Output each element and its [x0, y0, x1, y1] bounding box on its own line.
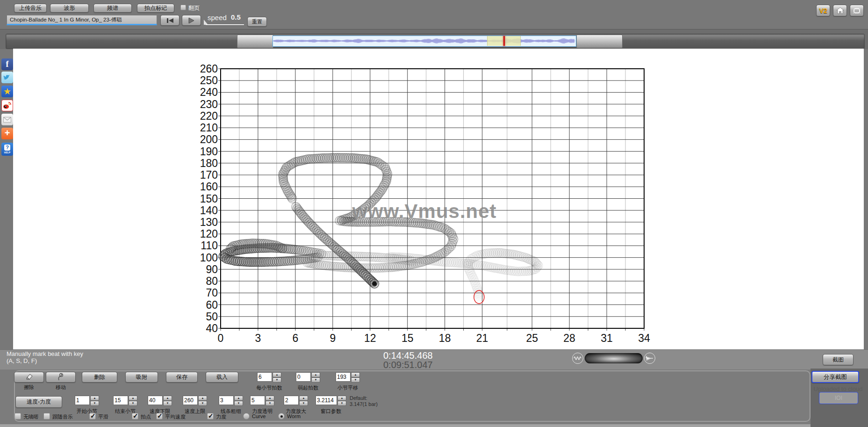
pickup-beats-input[interactable]	[296, 372, 311, 382]
tempo-max-input[interactable]	[183, 396, 198, 405]
bar-offset-step-down[interactable]: ▼	[351, 377, 360, 383]
facebook-share-icon[interactable]: f	[1, 58, 13, 70]
bar-offset-input[interactable]	[336, 372, 351, 382]
start-bar-input[interactable]	[75, 396, 90, 405]
load-button[interactable]: 载入	[206, 372, 238, 383]
x-axis-tick-label: 25	[520, 332, 544, 345]
line-width-step-down[interactable]: ▼	[234, 401, 243, 406]
beats-per-bar-step-up[interactable]: ▲	[273, 372, 281, 377]
y-axis-tick-label: 60	[186, 299, 218, 311]
save-button[interactable]: 保存	[166, 372, 198, 383]
no-click-checkbox-label: 无嘀嗒	[23, 413, 39, 420]
start-bar-step-down[interactable]: ▼	[90, 401, 99, 406]
eraser-tool-label: 擦除	[19, 384, 39, 391]
line-width-input[interactable]	[219, 396, 234, 405]
worm-mode-radio[interactable]	[278, 413, 285, 420]
weibo-share-icon[interactable]	[1, 100, 13, 111]
snap-button[interactable]: 吸附	[125, 372, 158, 383]
x-axis-tick-label: 9	[321, 332, 344, 345]
window-param-step-down[interactable]: ▼	[337, 401, 346, 406]
dyn-transparency-step-down[interactable]: ▼	[265, 401, 274, 406]
share-screenshot-button[interactable]: 分享截图	[811, 371, 859, 383]
x-axis-tick-label: 18	[433, 332, 457, 345]
screenshot-button[interactable]: 截图	[823, 354, 854, 365]
line-width-step-up[interactable]: ▲	[234, 396, 243, 401]
move-tool-button[interactable]	[46, 372, 76, 383]
y-axis-tick-label: 260	[186, 63, 218, 75]
beats-per-bar-input[interactable]	[257, 372, 272, 382]
x-axis-tick-label: 0	[209, 332, 232, 345]
pickup-beats-step-down[interactable]: ▼	[311, 377, 320, 383]
ioi-label: IOI	[835, 395, 842, 401]
x-axis-tick-label: 34	[632, 332, 656, 345]
status-bar	[0, 349, 868, 370]
tempo-min-stepper: ▲▼	[163, 396, 172, 406]
follow-music-checkbox[interactable]	[43, 413, 50, 420]
end-bar-step-up[interactable]: ▲	[129, 396, 137, 401]
y-axis-tick-label: 70	[186, 287, 218, 299]
curve-mode-radio[interactable]	[243, 413, 250, 420]
y-axis-tick-label: 190	[186, 145, 218, 158]
watermark: www.Vmus.net	[352, 200, 496, 223]
beats-checkbox[interactable]	[132, 413, 138, 420]
y-axis-tick-label: 150	[186, 193, 218, 205]
sine-wave-icon	[574, 355, 582, 361]
dynamics-checkbox[interactable]	[207, 413, 214, 420]
window-param-spinner: ▲▼	[316, 396, 346, 406]
tempo-min-spinner: ▲▼	[148, 396, 172, 406]
waveform-decay-icon	[646, 355, 654, 361]
share-plus-share-icon[interactable]: +	[1, 128, 13, 139]
dynamics-checkbox-label: 力度	[216, 413, 226, 420]
help-share-icon[interactable]: ?HELP	[1, 143, 13, 156]
pickup-beats-step-up[interactable]: ▲	[311, 372, 320, 377]
tempo-min-step-down[interactable]: ▼	[163, 401, 172, 406]
bar-offset-stepper: ▲▼	[351, 372, 360, 383]
start-bar-step-up[interactable]: ▲	[90, 396, 99, 401]
dyn-zoom-step-down[interactable]: ▼	[299, 401, 308, 406]
ioi-button[interactable]: IOI	[819, 392, 858, 404]
volume-min-icon	[572, 353, 583, 364]
qzone-share-icon[interactable]: ★	[1, 86, 13, 97]
average-tempo-checkbox[interactable]	[156, 413, 163, 420]
mail-share-icon[interactable]	[1, 114, 13, 125]
y-axis-tick-label: 90	[186, 263, 218, 276]
vmus-app-window: 上传音乐波形频谱拍点标记 翻页 speed 0.5 重置 V2	[0, 0, 868, 427]
tempo-max-step-down[interactable]: ▼	[198, 401, 207, 406]
dyn-transparency-spinner: ▲▼	[250, 396, 274, 406]
y-axis-tick-label: 200	[186, 133, 218, 146]
tempo-min-step-up[interactable]: ▲	[163, 396, 172, 401]
end-bar-input[interactable]	[113, 396, 128, 405]
dyn-zoom-stepper: ▲▼	[299, 396, 308, 406]
window-param-input[interactable]	[316, 396, 337, 405]
bar-offset-step-up[interactable]: ▲	[351, 372, 360, 377]
y-axis-tick-label: 210	[186, 122, 218, 134]
tempo-max-step-up[interactable]: ▲	[198, 396, 207, 401]
delete-button[interactable]: 删除	[82, 372, 117, 383]
twitter-share-icon[interactable]	[1, 72, 13, 83]
tempo-max-stepper: ▲▼	[198, 396, 207, 406]
dyn-transparency-input[interactable]	[250, 396, 265, 405]
beats-per-bar-step-down[interactable]: ▼	[273, 377, 281, 383]
no-click-checkbox[interactable]	[14, 413, 21, 420]
end-bar-step-down[interactable]: ▼	[129, 401, 137, 406]
status-line1: Manually mark beat with key	[7, 350, 83, 357]
beats-per-bar-label: 每小节拍数	[248, 384, 290, 391]
eraser-tool-button[interactable]	[14, 372, 44, 383]
window-param-step-up[interactable]: ▲	[337, 396, 346, 401]
mode-button[interactable]: 速度-力度	[15, 396, 62, 408]
x-axis-tick-label: 3	[246, 332, 270, 345]
tempo-min-input[interactable]	[148, 396, 163, 405]
y-axis-tick-label: 80	[186, 275, 218, 288]
dyn-zoom-step-up[interactable]: ▲	[299, 396, 308, 401]
dyn-zoom-input[interactable]	[284, 396, 299, 405]
line-width-stepper: ▲▼	[234, 396, 243, 406]
eraser-icon	[25, 373, 33, 381]
dyn-transparency-step-up[interactable]: ▲	[265, 396, 274, 401]
worm-mode-radio-label: Worm	[287, 413, 301, 419]
volume-slider[interactable]	[585, 353, 643, 363]
smooth-checkbox[interactable]	[89, 413, 96, 420]
tempo-max-spinner: ▲▼	[183, 396, 207, 406]
x-axis-tick-label: 15	[396, 332, 419, 345]
y-axis-tick-label: 250	[186, 74, 218, 87]
volume-max-icon	[644, 353, 655, 364]
